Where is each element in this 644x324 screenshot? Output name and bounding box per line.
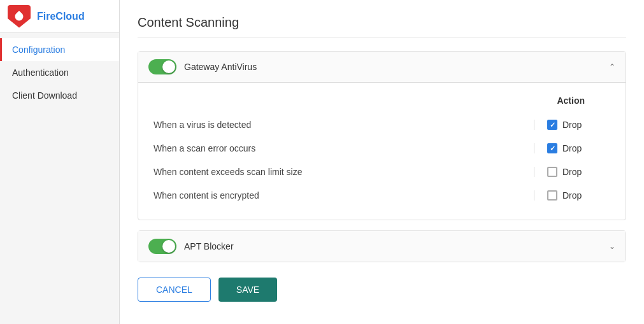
cancel-button[interactable]: CANCEL: [138, 278, 211, 302]
drop-label: Drop: [562, 143, 582, 153]
row-description: When a scan error occurs: [154, 143, 255, 153]
gateway-antivirus-card: Gateway AntiVirus ⌃ Action When a virus …: [138, 51, 626, 220]
apt-blocker-card: APT Blocker ⌄: [138, 230, 626, 262]
action-right: Drop: [534, 143, 610, 153]
gateway-antivirus-title: Gateway AntiVirus: [184, 62, 257, 72]
sidebar-header: FireCloud: [0, 0, 119, 33]
toggle-thumb: [162, 60, 175, 73]
gateway-antivirus-header-left: Gateway AntiVirus: [148, 59, 257, 74]
action-header: Action: [154, 95, 610, 106]
row-description: When a virus is detected: [154, 120, 251, 130]
apt-blocker-header[interactable]: APT Blocker ⌄: [138, 231, 626, 262]
drop-checkbox[interactable]: [547, 190, 557, 201]
apt-blocker-title: APT Blocker: [184, 241, 234, 251]
app-logo-icon: [8, 5, 31, 28]
sidebar-item-configuration[interactable]: Configuration: [0, 38, 119, 61]
table-row: When content exceeds scan limit size Dro…: [154, 160, 610, 183]
button-row: CANCEL SAVE: [138, 278, 626, 302]
action-right: Drop: [534, 120, 610, 130]
action-right: Drop: [534, 190, 610, 201]
sidebar-nav: Configuration Authentication Client Down…: [0, 33, 119, 107]
app-name: FireCloud: [37, 11, 85, 22]
apt-blocker-toggle[interactable]: [148, 239, 176, 254]
drop-label: Drop: [562, 167, 582, 177]
apt-blocker-header-left: APT Blocker: [148, 239, 234, 254]
drop-checkbox[interactable]: [547, 120, 557, 130]
table-row: When a virus is detected Drop: [154, 113, 610, 136]
drop-label: Drop: [562, 120, 582, 130]
drop-checkbox[interactable]: [547, 167, 557, 177]
action-column-label: Action: [557, 95, 585, 106]
save-button[interactable]: SAVE: [218, 278, 277, 302]
toggle-track: [148, 239, 176, 254]
table-row: When a scan error occurs Drop: [154, 136, 610, 160]
sidebar-item-authentication[interactable]: Authentication: [0, 61, 119, 84]
drop-label: Drop: [562, 190, 582, 201]
action-right: Drop: [534, 167, 610, 177]
sidebar: FireCloud Configuration Authentication C…: [0, 0, 120, 324]
gateway-antivirus-body: Action When a virus is detected Drop Whe…: [138, 83, 626, 220]
page-title: Content Scanning: [138, 15, 626, 38]
gateway-antivirus-toggle[interactable]: [148, 59, 176, 74]
sidebar-item-client-download[interactable]: Client Download: [0, 84, 119, 107]
chevron-up-icon: ⌃: [609, 62, 615, 71]
chevron-down-icon: ⌄: [609, 242, 615, 251]
row-description: When content exceeds scan limit size: [154, 167, 302, 177]
main-content: Content Scanning Gateway AntiVirus ⌃ Act…: [120, 0, 644, 324]
toggle-thumb: [162, 240, 175, 253]
row-description: When content is encrypted: [154, 190, 259, 201]
drop-checkbox[interactable]: [547, 143, 557, 153]
table-row: When content is encrypted Drop: [154, 183, 610, 207]
gateway-antivirus-header[interactable]: Gateway AntiVirus ⌃: [138, 52, 626, 83]
action-rows: When a virus is detected Drop When a sca…: [154, 113, 610, 207]
toggle-track: [148, 59, 176, 74]
